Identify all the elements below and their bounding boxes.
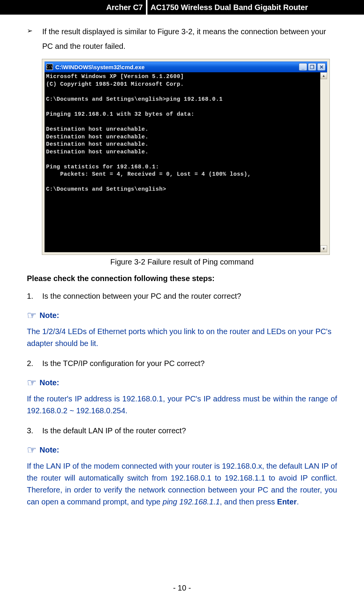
cmd-app-icon: C:\ [46,64,53,70]
figure-caption: Figure 3-2 Failure result of Ping comman… [27,258,337,266]
cmd-titlebar: C:\ C:\WINDOWS\system32\cmd.exe _ ❐ ✕ [45,62,327,72]
step-1: 1. Is the connection between your PC and… [27,290,337,302]
note-1-heading: ☞ Note: [27,309,337,322]
restore-button[interactable]: ❐ [308,63,316,71]
scroll-down-icon[interactable]: ▼ [320,245,327,252]
pointing-hand-icon: ☞ [27,309,36,322]
page-header: Archer C7 AC1750 Wireless Dual Band Giga… [0,0,364,15]
bullet-arrow-icon: ➢ [27,24,42,53]
check-heading: Please check the connection following th… [27,274,337,283]
close-button[interactable]: ✕ [317,63,326,71]
intro-bullet: ➢ If the result displayed is similar to … [27,24,337,53]
scroll-track[interactable] [320,79,327,245]
header-product: AC1750 Wireless Dual Band Gigabit Router [147,0,364,15]
step-3: 3. Is the default LAN IP of the router c… [27,424,337,437]
note-2-body: If the router's IP address is 192.168.0.… [27,393,337,417]
note-3-body: If the LAN IP of the modem connected wit… [27,460,337,508]
pointing-hand-icon: ☞ [27,444,36,456]
step-2: 2. Is the TCP/IP configuration for your … [27,357,337,369]
cmd-window: C:\ C:\WINDOWS\system32\cmd.exe _ ❐ ✕ Mi… [42,59,329,255]
scrollbar[interactable]: ▲ ▼ [320,72,327,252]
page-number: - 10 - [0,584,364,592]
minimize-button[interactable]: _ [299,63,307,71]
cmd-output: Microsoft Windows XP [Version 5.1.2600] … [45,72,320,252]
note-3-heading: ☞ Note: [27,444,337,456]
header-model: Archer C7 [0,0,146,15]
cmd-title: C:\WINDOWS\system32\cmd.exe [55,64,298,70]
scroll-up-icon[interactable]: ▲ [320,72,327,79]
note-1-body: The 1/2/3/4 LEDs of Ethernet ports which… [27,326,337,349]
pointing-hand-icon: ☞ [27,376,36,389]
note-2-heading: ☞ Note: [27,376,337,389]
